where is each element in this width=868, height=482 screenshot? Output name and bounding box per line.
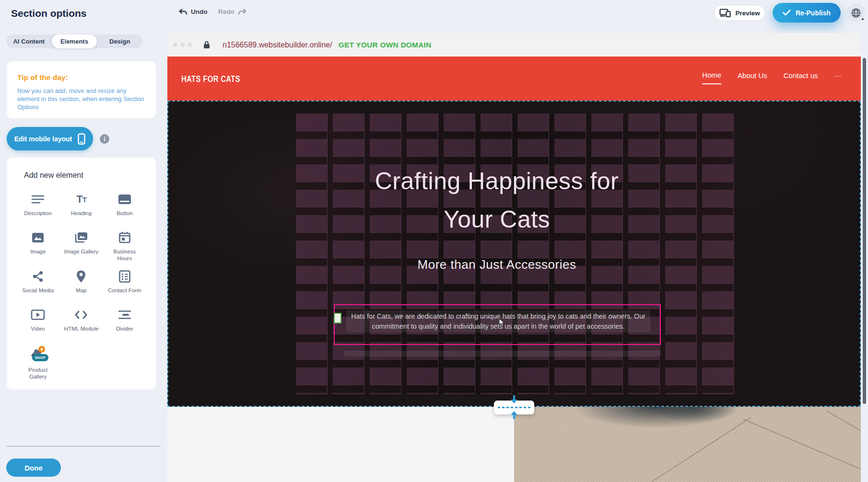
element-product-gallery[interactable]: SHOP Product Gallery: [16, 345, 59, 380]
undo-button[interactable]: Undo: [178, 8, 208, 15]
get-your-own-domain-link[interactable]: GET YOUR OWN DOMAIN: [339, 41, 432, 49]
element-html-module[interactable]: HTML Module: [59, 307, 103, 338]
image-gallery-icon: [74, 230, 88, 246]
business-hours-icon: [118, 230, 131, 246]
add-new-element-title: Add new element: [24, 171, 146, 180]
product-gallery-icon: SHOP: [27, 345, 48, 364]
globe-status-dot: [861, 17, 865, 21]
preview-devices-icon: [719, 9, 731, 17]
video-icon: [31, 307, 45, 323]
site-nav: Home About Us Contact us ...: [702, 70, 842, 85]
nav-about-us[interactable]: About Us: [738, 71, 767, 84]
element-image-gallery[interactable]: Image Gallery: [59, 230, 103, 262]
element-ghost-band: [344, 351, 661, 356]
mobile-phone-icon: [78, 133, 85, 145]
element-button[interactable]: Button: [103, 191, 146, 223]
pavement-line: [652, 417, 751, 482]
hero-section-selected[interactable]: Crafting Happiness for Your Cats More th…: [167, 101, 861, 407]
next-section-left-column[interactable]: [167, 407, 514, 482]
done-button[interactable]: Done: [6, 459, 61, 477]
browser-chrome-bar: n1566589.websitebuilder.online/ GET YOUR…: [167, 33, 861, 57]
heading-icon: TT: [76, 191, 86, 207]
mouse-cursor: [499, 318, 505, 329]
element-social-media[interactable]: Social Media: [16, 268, 59, 300]
divider-icon: [118, 307, 131, 323]
map-icon: [75, 268, 87, 285]
element-grid: Description TT Heading Button Image Imag…: [16, 191, 146, 380]
language-globe-button[interactable]: [847, 4, 865, 22]
site-header: HATS FOR CATS Home About Us Contact us .…: [167, 57, 861, 101]
tab-design[interactable]: Design: [97, 34, 142, 48]
undo-icon: [178, 9, 188, 15]
republish-button[interactable]: Re-Publish: [773, 3, 841, 23]
element-heading[interactable]: TT Heading: [59, 191, 103, 223]
html-module-icon: [74, 307, 88, 323]
panel-tabs: AI Content Elements Design: [6, 34, 142, 48]
element-divider[interactable]: Divider: [103, 307, 146, 338]
shop-badge: SHOP: [32, 354, 48, 361]
nav-more[interactable]: ...: [834, 70, 842, 85]
nav-home[interactable]: Home: [702, 71, 721, 84]
tip-body: Now you can add, move and resize any ele…: [17, 87, 145, 111]
image-icon: [31, 230, 45, 246]
hero-paragraph[interactable]: Hats for Cats, we are dedicated to craft…: [346, 310, 650, 333]
nav-contact-us[interactable]: Contact us: [784, 71, 818, 84]
redo-button[interactable]: Redo: [218, 8, 247, 15]
element-drag-handle[interactable]: [334, 313, 341, 323]
contact-form-icon: [118, 268, 131, 285]
element-video[interactable]: Video: [16, 307, 59, 338]
edit-mobile-layout-label: Edit mobile layout: [14, 135, 72, 143]
element-contact-form[interactable]: Contact Form: [103, 268, 146, 300]
element-description[interactable]: Description: [16, 191, 59, 223]
element-map[interactable]: Map: [59, 268, 103, 300]
add-new-element-card: Add new element Description TT Heading B…: [7, 158, 156, 390]
hero-subheading[interactable]: More than Just Accessories: [353, 257, 641, 272]
info-icon[interactable]: i: [100, 134, 109, 144]
next-section-pavement-image[interactable]: [514, 407, 861, 482]
hero-paragraph-element-selected[interactable]: Hats for Cats, we are dedicated to craft…: [334, 304, 661, 345]
tab-ai-content[interactable]: AI Content: [6, 34, 52, 48]
check-icon: [783, 10, 791, 16]
pavement-line: [743, 419, 861, 472]
element-business-hours[interactable]: Business Hours: [103, 230, 146, 262]
lock-icon: [203, 41, 210, 49]
globe-icon: [851, 8, 861, 18]
site-url[interactable]: n1566589.websitebuilder.online/: [223, 41, 332, 49]
page-title: Section options: [11, 8, 87, 19]
pavement-line: [827, 411, 861, 438]
description-icon: [31, 191, 45, 207]
window-dots: [173, 43, 192, 47]
tip-title: Tip of the day:: [17, 73, 145, 82]
edit-mobile-layout-button[interactable]: Edit mobile layout: [7, 127, 93, 150]
sidebar-divider: [6, 446, 161, 447]
tab-elements[interactable]: Elements: [52, 34, 97, 48]
redo-icon: [238, 9, 247, 15]
hero-heading[interactable]: Crafting Happiness for Your Cats: [353, 162, 641, 239]
canvas-scrollbar[interactable]: [863, 58, 866, 404]
preview-button[interactable]: Preview: [714, 5, 765, 21]
section-resize-handle[interactable]: [492, 395, 536, 421]
button-icon: [117, 191, 132, 207]
tip-of-the-day-card: Tip of the day: Now you can add, move an…: [7, 61, 156, 118]
site-logo[interactable]: HATS FOR CATS: [181, 74, 240, 84]
social-media-icon: [32, 268, 44, 285]
element-image[interactable]: Image: [16, 230, 59, 262]
